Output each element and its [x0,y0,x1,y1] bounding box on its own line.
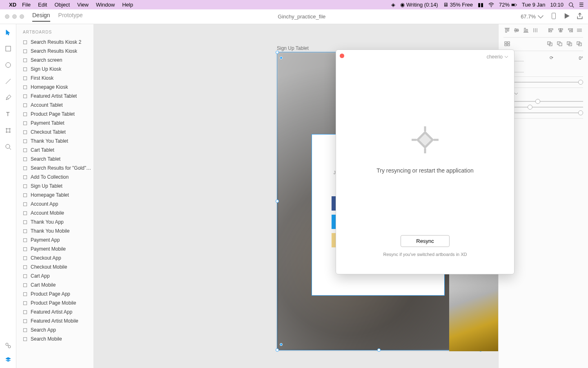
dist-v-icon[interactable] [532,27,539,33]
sidebar-item[interactable]: Cart Tablet [16,146,94,155]
menu-list-icon[interactable]: ☰ [579,2,584,8]
sidebar-item[interactable]: Search screen [16,56,94,65]
zoom-dropdown[interactable]: 67.7% [521,13,544,20]
align-hcenter-icon[interactable] [557,27,564,33]
app-name[interactable]: XD [9,2,16,8]
sidebar-item[interactable]: First Kiosk [16,74,94,83]
wifi-icon[interactable] [488,2,494,8]
sidebar-item[interactable]: Sign Up Kiosk [16,65,94,74]
assets-icon[interactable] [4,341,12,350]
sidebar-item[interactable]: Thank You Tablet [16,137,94,146]
close-icon[interactable] [340,54,344,58]
sidebar-item[interactable]: Search Tablet [16,155,94,164]
svg-rect-57 [526,29,528,31]
account-dropdown[interactable]: cheerio [487,54,508,60]
status-writing[interactable]: ◉ Writing (0:14) [400,2,438,8]
tab-prototype[interactable]: Prototype [58,12,83,22]
sidebar-item[interactable]: Sign Up Tablet [16,182,94,191]
exclude-boolean-icon[interactable] [576,41,583,47]
svg-line-12 [9,148,11,150]
sidebar-item[interactable]: Checkout Mobile [16,263,94,272]
macos-menubar: XD File Edit Object View Window Help ◈ ◉… [0,0,588,9]
artboards-sidebar[interactable]: ARTBOARDS Search Results Kiosk 2Search R… [16,24,94,368]
pen-tool-icon[interactable] [4,94,12,102]
opacity-slider[interactable] [503,82,583,83]
sidebar-item[interactable]: Homepage Tablet [16,191,94,200]
rectangle-tool-icon[interactable] [4,45,12,53]
sidebar-item[interactable]: Product Page Mobile [16,298,94,307]
svg-rect-47 [23,328,27,332]
sidebar-item[interactable]: Cart App [16,272,94,280]
sidebar-item[interactable]: Add To Collection [16,173,94,182]
sidebar-item[interactable]: Product Page App [16,289,94,298]
menu-edit[interactable]: Edit [38,2,47,8]
align-vmiddle-icon[interactable] [513,27,520,33]
subtract-boolean-icon[interactable] [556,41,564,47]
menu-object[interactable]: Object [54,2,70,8]
sidebar-item[interactable]: Search Mobile [16,334,94,343]
svg-rect-25 [23,130,27,134]
menu-view[interactable]: View [77,2,89,8]
artboard-tool-icon[interactable] [4,126,12,135]
battery-status[interactable]: 72% [499,2,517,8]
sidebar-item[interactable]: Featured Artist Tablet [16,92,94,101]
text-tool-icon[interactable]: T [4,110,12,118]
device-preview-icon[interactable] [550,13,557,20]
svg-rect-75 [505,44,507,46]
sidebar-item[interactable]: Homepage Kiosk [16,83,94,92]
play-icon[interactable] [564,13,570,20]
layers-icon[interactable] [4,356,12,364]
menu-window[interactable]: Window [96,2,115,8]
sidebar-item[interactable]: Thank You App [16,218,94,227]
menu-file[interactable]: File [22,2,31,8]
align-bottom-icon[interactable] [522,27,529,33]
align-right-icon[interactable] [567,27,574,33]
sidebar-item[interactable]: Account Tablet [16,101,94,110]
sidebar-item[interactable]: Payment Mobile [16,245,94,254]
sidebar-item[interactable]: Search Results for "Gold"… [16,164,94,173]
time[interactable]: 10:10 [550,2,564,8]
sidebar-item[interactable]: Checkout App [16,254,94,263]
artboard-label[interactable]: Sign Up Tablet [277,45,309,51]
sidebar-item[interactable]: Search Results Kiosk 2 [16,38,94,47]
blur-slider-3[interactable] [503,112,583,113]
align-left-icon[interactable] [548,27,555,33]
zoom-tool-icon[interactable] [4,143,12,151]
status-grid-icon[interactable]: ▮▮ [478,2,483,8]
sidebar-item[interactable]: Payment Tablet [16,119,94,128]
spotlight-icon[interactable] [568,2,574,8]
sidebar-item[interactable]: Checkout Tablet [16,128,94,137]
tab-design[interactable]: Design [32,12,50,22]
line-tool-icon[interactable] [4,77,12,85]
window-traffic-lights[interactable] [5,14,24,19]
sidebar-item[interactable]: Payment App [16,236,94,245]
resync-button[interactable]: Resync [401,235,450,247]
svg-rect-48 [23,337,27,341]
battery-text: 72% [499,2,510,8]
blur-slider-1[interactable] [503,101,583,102]
date[interactable]: Tue 9 Jan [522,2,545,8]
sidebar-item[interactable]: Search App [16,325,94,334]
align-top-icon[interactable] [503,27,510,33]
share-icon[interactable] [577,13,583,20]
sidebar-item[interactable]: Cart Mobile [16,280,94,289]
repeat-grid-icon[interactable] [503,41,511,47]
intersect-boolean-icon[interactable] [566,41,573,47]
sidebar-item[interactable]: Product Page Tablet [16,110,94,119]
ellipse-tool-icon[interactable] [4,61,12,69]
menu-help[interactable]: Help [122,2,133,8]
status-diamond-icon[interactable]: ◈ [391,2,395,8]
sidebar-item[interactable]: Account App [16,200,94,209]
sidebar-item[interactable]: Featured Artist App [16,307,94,316]
select-tool-icon[interactable] [4,28,12,36]
sidebar-item[interactable]: Thank You Mobile [16,227,94,236]
sidebar-item[interactable]: Account Mobile [16,209,94,218]
dist-h-icon[interactable] [576,27,583,33]
blur-slider-2[interactable] [503,107,583,108]
status-free[interactable]: 🖥 35% Free [443,2,473,8]
chevron-down-icon[interactable] [514,92,518,95]
sidebar-item[interactable]: Search Results Kiosk [16,47,94,56]
rotation-value[interactable]: 0° [579,56,583,61]
add-boolean-icon[interactable] [546,41,554,47]
sidebar-item[interactable]: Featured Artist Mobile [16,316,94,325]
